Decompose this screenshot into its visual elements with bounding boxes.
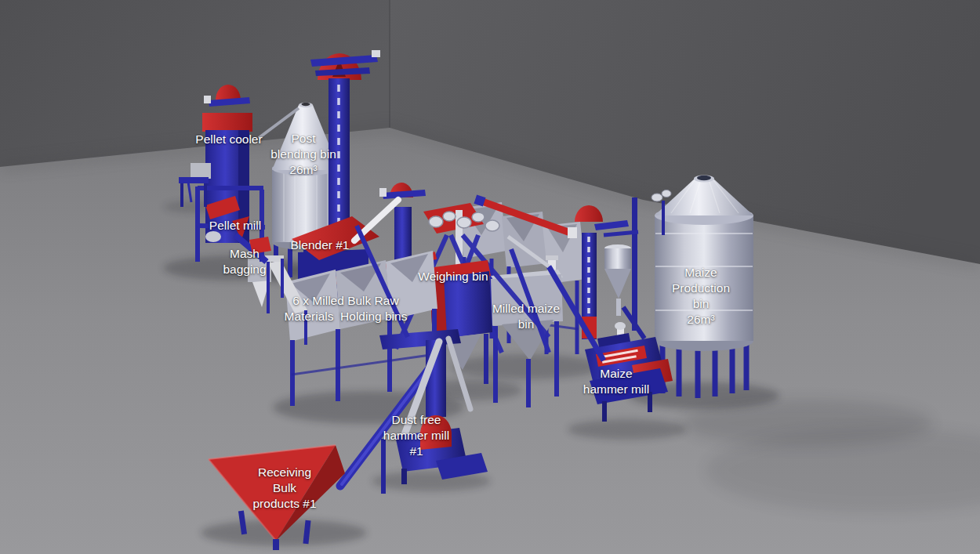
feedmill-3d-layout: Pellet cooler Post blending bin 26m³ Pel… bbox=[0, 0, 980, 554]
machinery-render bbox=[0, 0, 980, 554]
